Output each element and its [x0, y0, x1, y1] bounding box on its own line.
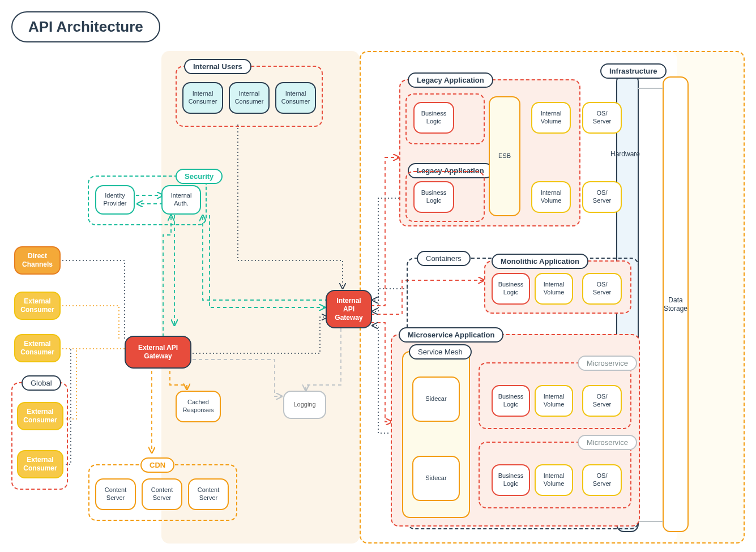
- cached-responses-node: Cached Responses: [176, 391, 221, 422]
- internal-users-label: Internal Users: [184, 59, 251, 74]
- legacy1-iv: Internal Volume: [531, 102, 571, 134]
- external-consumer-1: External Consumer: [14, 292, 61, 320]
- data-storage-node: Data Storage: [663, 76, 689, 532]
- page-title: API Architecture: [11, 11, 160, 42]
- internal-consumer-1: Internal Consumer: [182, 82, 223, 114]
- legacy2-iv: Internal Volume: [531, 181, 571, 213]
- global-label: Global: [22, 375, 61, 391]
- ms1-oss: OS/ Server: [582, 385, 622, 417]
- diagram-canvas: API Architecture: [11, 11, 745, 541]
- internal-consumer-2: Internal Consumer: [229, 82, 270, 114]
- internal-api-gateway: Internal API Gateway: [326, 290, 372, 328]
- ms1-iv: Internal Volume: [535, 385, 573, 417]
- content-server-3: Content Server: [188, 478, 229, 510]
- identity-provider-node: Identity Provider: [95, 185, 135, 215]
- direct-channels-node: Direct Channels: [14, 246, 61, 275]
- containers-label: Containers: [417, 251, 471, 266]
- logging-node: Logging: [283, 391, 326, 419]
- legacy1-oss: OS/ Server: [582, 102, 622, 134]
- legacy-label-1: Legacy Application: [408, 72, 493, 88]
- internal-auth-node: Internal Auth.: [161, 185, 201, 215]
- infra-connector-bottom: [638, 521, 663, 522]
- security-label: Security: [176, 169, 223, 184]
- infra-connector-top: [638, 88, 663, 89]
- sidecar-2: Sidecar: [412, 456, 460, 501]
- data-storage-text: Data Storage: [664, 296, 687, 313]
- legacy1-bl: Business Logic: [413, 102, 454, 134]
- legacy2-bl: Business Logic: [413, 181, 454, 213]
- cdn-label: CDN: [140, 457, 174, 473]
- monolithic-label: Monolithic Application: [492, 254, 588, 269]
- ms1-bl: Business Logic: [492, 385, 530, 417]
- ms2-bl: Business Logic: [492, 464, 530, 496]
- external-consumer-3: External Consumer: [17, 402, 63, 430]
- ms2-iv: Internal Volume: [535, 464, 573, 496]
- mono-bl: Business Logic: [492, 273, 530, 305]
- external-api-gateway: External API Gateway: [125, 336, 191, 369]
- hardware-label: Hardware: [610, 150, 640, 158]
- external-consumer-2: External Consumer: [14, 334, 61, 362]
- external-consumer-4: External Consumer: [17, 450, 63, 478]
- legacy2-oss: OS/ Server: [582, 181, 622, 213]
- esb-node: ESB: [489, 96, 520, 216]
- internal-consumer-3: Internal Consumer: [275, 82, 316, 114]
- ms2-oss: OS/ Server: [582, 464, 622, 496]
- service-mesh-label: Service Mesh: [409, 344, 472, 360]
- mono-oss: OS/ Server: [582, 273, 622, 305]
- ms2-label: Microservice: [578, 435, 637, 450]
- content-server-1: Content Server: [95, 478, 136, 510]
- content-server-2: Content Server: [142, 478, 182, 510]
- infrastructure-label: Infrastructure: [600, 63, 667, 79]
- ms1-label: Microservice: [578, 356, 637, 371]
- mono-iv: Internal Volume: [535, 273, 573, 305]
- sidecar-1: Sidecar: [412, 376, 460, 422]
- microservice-label: Microservice Application: [399, 327, 503, 343]
